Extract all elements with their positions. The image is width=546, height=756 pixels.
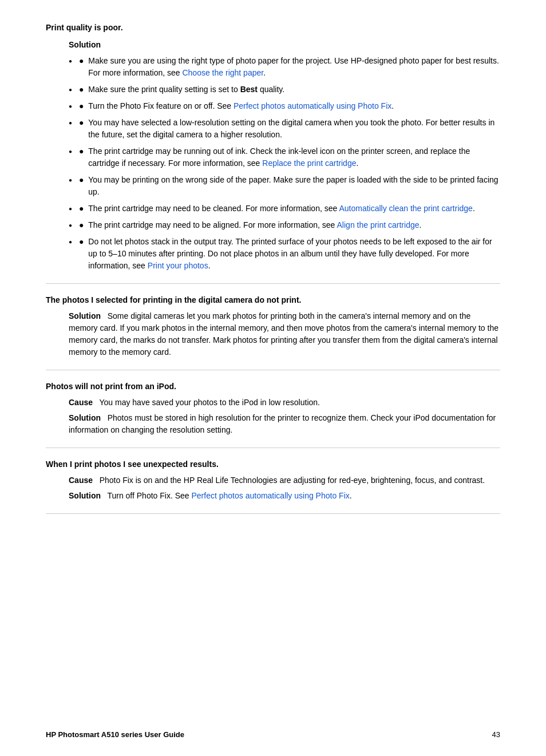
cause-text-2: Photo Fix is on and the HP Real Life Tec… bbox=[100, 476, 485, 485]
bullet-marker: ● bbox=[79, 117, 88, 129]
list-item-text: Make sure the print quality setting is s… bbox=[88, 84, 284, 96]
divider-3 bbox=[46, 448, 500, 448]
list-item: ● Turn the Photo Fix feature on or off. … bbox=[69, 100, 500, 112]
list-item: ● Do not let photos stack in the output … bbox=[69, 236, 500, 272]
photo-fix-link-2[interactable]: Perfect photos automatically using Photo… bbox=[192, 491, 350, 500]
solution-label: Solution bbox=[69, 40, 500, 49]
bullet-marker: ● bbox=[79, 236, 88, 248]
cause-label-2: Cause bbox=[69, 476, 93, 485]
unexpected-cause: Cause Photo Fix is on and the HP Real Li… bbox=[69, 474, 500, 486]
bullet-marker: ● bbox=[79, 203, 88, 215]
print-photos-link[interactable]: Print your photos bbox=[148, 261, 208, 270]
photos-not-printing-title: The photos I selected for printing in th… bbox=[46, 295, 500, 304]
ipod-solution: Solution Photos must be stored in high r… bbox=[69, 412, 500, 436]
list-item-text: You may be printing on the wrong side of… bbox=[88, 174, 500, 198]
ipod-section: Photos will not print from an iPod. Caus… bbox=[46, 382, 500, 436]
list-item-text: The print cartridge may need to be clean… bbox=[88, 203, 474, 215]
bullet-marker: ● bbox=[79, 100, 88, 112]
bullet-marker: ● bbox=[79, 145, 88, 157]
list-item-text: Turn the Photo Fix feature on or off. Se… bbox=[88, 100, 394, 112]
list-item: ● You may be printing on the wrong side … bbox=[69, 174, 500, 198]
bullet-marker: ● bbox=[79, 219, 88, 231]
footer: HP Photosmart A510 series User Guide 43 bbox=[0, 730, 546, 739]
footer-page-number: 43 bbox=[492, 730, 500, 739]
bullet-marker: ● bbox=[79, 84, 88, 96]
list-item: ● Make sure the print quality setting is… bbox=[69, 84, 500, 96]
divider-1 bbox=[46, 283, 500, 284]
list-item: ● The print cartridge may need to be ali… bbox=[69, 219, 500, 231]
solution-text-2: Photos must be stored in high resolution… bbox=[69, 413, 496, 434]
replace-cartridge-link[interactable]: Replace the print cartridge bbox=[262, 159, 356, 168]
print-quality-section: Print quality is poor. Solution ● Make s… bbox=[46, 23, 500, 272]
list-item-text: The print cartridge may need to be align… bbox=[88, 219, 421, 231]
divider-4 bbox=[46, 513, 500, 514]
clean-cartridge-link[interactable]: Automatically clean the print cartridge bbox=[339, 204, 472, 213]
list-item-text: You may have selected a low-resolution s… bbox=[88, 117, 500, 141]
page: Print quality is poor. Solution ● Make s… bbox=[0, 0, 546, 756]
unexpected-results-section: When I print photos I see unexpected res… bbox=[46, 460, 500, 502]
list-item: ● The print cartridge may be running out… bbox=[69, 145, 500, 169]
unexpected-results-title: When I print photos I see unexpected res… bbox=[46, 460, 500, 469]
cause-label: Cause bbox=[69, 398, 93, 407]
solution-label-3: Solution bbox=[69, 413, 101, 422]
list-item: ● The print cartridge may need to be cle… bbox=[69, 203, 500, 215]
list-item-text: Make sure you are using the right type o… bbox=[88, 55, 500, 79]
photos-not-printing-solution: Solution Some digital cameras let you ma… bbox=[69, 310, 500, 358]
photos-not-printing-section: The photos I selected for printing in th… bbox=[46, 295, 500, 358]
ipod-title: Photos will not print from an iPod. bbox=[46, 382, 500, 391]
ipod-cause: Cause You may have saved your photos to … bbox=[69, 397, 500, 409]
choose-right-paper-link[interactable]: Choose the right paper bbox=[182, 68, 263, 77]
list-item-text: The print cartridge may be running out o… bbox=[88, 145, 500, 169]
solution-text: Some digital cameras let you mark photos… bbox=[69, 311, 498, 357]
list-item: ● Make sure you are using the right type… bbox=[69, 55, 500, 79]
unexpected-solution: Solution Turn off Photo Fix. See Perfect… bbox=[69, 490, 500, 502]
bullet-marker: ● bbox=[79, 174, 88, 186]
print-quality-title: Print quality is poor. bbox=[46, 23, 500, 32]
solution-label-2: Solution bbox=[69, 311, 101, 320]
solution-label-4: Solution bbox=[69, 491, 101, 500]
cause-text: You may have saved your photos to the iP… bbox=[99, 398, 320, 407]
bullet-list: ● Make sure you are using the right type… bbox=[69, 55, 500, 272]
footer-left: HP Photosmart A510 series User Guide bbox=[46, 730, 184, 739]
photo-fix-link[interactable]: Perfect photos automatically using Photo… bbox=[234, 101, 391, 110]
list-item-text: Do not let photos stack in the output tr… bbox=[88, 236, 500, 272]
divider-2 bbox=[46, 370, 500, 370]
bullet-marker: ● bbox=[79, 55, 88, 67]
solution-text-3: Turn off Photo Fix. See Perfect photos a… bbox=[107, 491, 351, 500]
list-item: ● You may have selected a low-resolution… bbox=[69, 117, 500, 141]
best-text: Best bbox=[240, 85, 258, 94]
align-cartridge-link[interactable]: Align the print cartridge bbox=[337, 220, 420, 229]
